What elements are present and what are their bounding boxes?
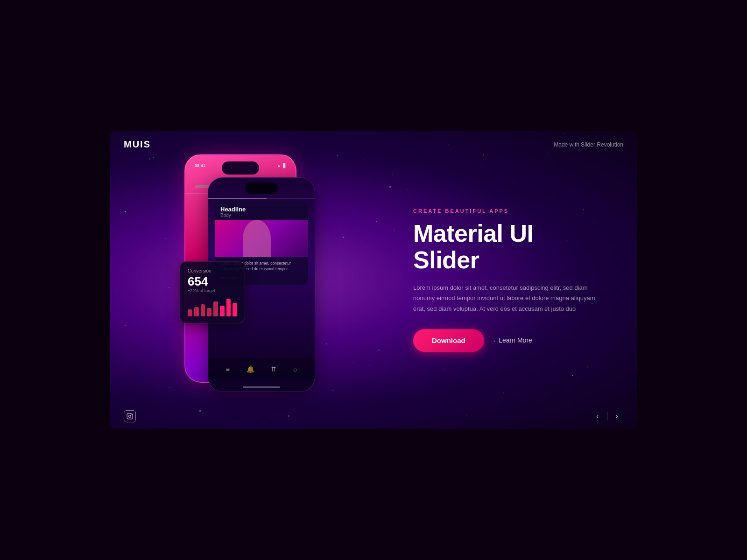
phone-fg-progress (208, 198, 315, 199)
nav-divider (607, 412, 607, 420)
search-icon[interactable]: ⌕ (293, 365, 297, 373)
made-with-label: Made with Slider Revolution (554, 141, 623, 148)
bar-chart (188, 298, 237, 316)
svg-point-1 (129, 415, 131, 418)
svg-point-2 (131, 414, 132, 415)
nav-arrows: ‹ › (591, 410, 623, 423)
conversion-sub-label: +22% of target (188, 288, 237, 293)
bar-item (201, 304, 205, 316)
conversion-label: Conversion (188, 268, 237, 273)
bar-item (220, 306, 225, 316)
menu-icon[interactable]: ≡ (226, 365, 230, 373)
bar-item (194, 307, 199, 316)
phone-fg-notch (245, 182, 278, 194)
phone-bg-notch (222, 161, 259, 175)
bar-item (207, 308, 211, 316)
bell-icon[interactable]: 🔔 (247, 365, 254, 373)
svg-rect-0 (127, 413, 133, 419)
logo: MUIS (124, 139, 151, 150)
card-headline-header: Headline Body (215, 201, 308, 220)
share-icon[interactable]: ⇈ (271, 365, 276, 373)
bar-item (213, 301, 218, 316)
right-content: CREATE BEAUTIFUL APPS Material UI Slider… (413, 208, 600, 352)
footer: ‹ › (110, 403, 637, 429)
phone-bg-status-time: 08:41 (195, 163, 205, 168)
tagline: CREATE BEAUTIFUL APPS (413, 208, 600, 214)
learn-more-button[interactable]: Learn More (493, 335, 532, 346)
next-arrow[interactable]: › (610, 410, 623, 423)
phone-container: 08:41 ▲▊ Headline Body (170, 154, 338, 415)
main-container: MUIS Made with Slider Revolution 08:41 ▲… (110, 131, 637, 429)
bar-item (226, 299, 231, 316)
download-button[interactable]: Download (413, 329, 484, 352)
conversion-number: 654 (188, 275, 237, 287)
actions: Download Learn More (413, 329, 600, 352)
card-headline-body-text: Body (220, 213, 303, 218)
conversion-card: Conversion 654 +22% of target (180, 261, 245, 323)
phone-fg-home-bar (243, 386, 280, 388)
prev-arrow[interactable]: ‹ (591, 410, 604, 423)
bar-item (188, 309, 192, 316)
card-headline-image (215, 220, 308, 257)
description: Lorem ipsum dolor sit amet, consetetur s… (413, 283, 600, 314)
card-headline-title: Headline (220, 206, 303, 213)
phone-fg-nav: ≡ 🔔 ⇈ ⌕ (208, 358, 315, 380)
phone-fg-progress-fill (208, 198, 267, 199)
main-title: Material UI Slider (413, 220, 600, 273)
phone-bg-status-icons: ▲▊ (277, 163, 286, 168)
header: MUIS Made with Slider Revolution (110, 131, 637, 158)
instagram-icon[interactable] (124, 410, 136, 422)
bar-item (233, 303, 237, 316)
